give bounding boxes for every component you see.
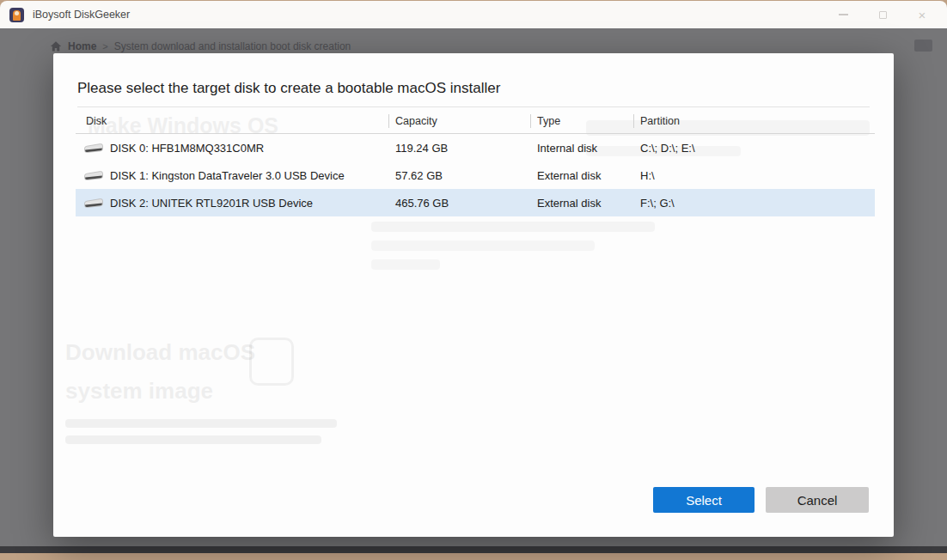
cell-type: External disk <box>537 169 601 182</box>
window-controls: × <box>823 1 942 28</box>
cell-capacity: 465.76 GB <box>395 197 449 210</box>
title-bar: iBoysoft DiskGeeker × <box>0 1 947 28</box>
cell-partition: C:\; D:\; E:\ <box>640 142 695 155</box>
app-logo-icon <box>9 8 24 22</box>
window-title: iBoysoft DiskGeeker <box>33 9 130 21</box>
breadcrumb: Home > System download and installation … <box>50 40 351 52</box>
breadcrumb-page: System download and installation boot di… <box>114 40 351 52</box>
column-header-capacity: Capacity <box>395 115 437 127</box>
breadcrumb-separator: > <box>102 41 107 52</box>
ghost-text-block <box>371 259 440 270</box>
table-row[interactable]: DISK 1: Kingston DataTraveler 3.0 USB De… <box>76 161 875 189</box>
dialog-title: Please select the target disk to create … <box>77 80 500 97</box>
table-body: DISK 0: HFB1M8MQ331C0MR 119.24 GB Intern… <box>76 134 875 216</box>
home-icon <box>50 40 62 52</box>
table-header: Disk Capacity Type Partition <box>76 108 875 134</box>
ghost-text-block <box>371 222 655 232</box>
disk-drive-icon <box>82 196 105 210</box>
select-button[interactable]: Select <box>653 487 755 513</box>
cell-type: External disk <box>537 197 601 210</box>
breadcrumb-home[interactable]: Home <box>68 40 96 52</box>
minimize-icon <box>839 14 848 15</box>
ghost-text-block <box>371 240 595 251</box>
table-row[interactable]: DISK 0: HFB1M8MQ331C0MR 119.24 GB Intern… <box>76 134 875 161</box>
menu-icon[interactable] <box>914 40 932 52</box>
column-header-partition: Partition <box>640 115 680 127</box>
ghost-text-block <box>65 435 321 444</box>
cell-partition: F:\; G:\ <box>640 197 675 210</box>
table-row[interactable]: DISK 2: UNITEK RTL9201R USB Device 465.7… <box>76 189 875 216</box>
select-disk-dialog: Make Windows OS Download macOS system im… <box>53 53 894 537</box>
column-divider <box>530 114 531 128</box>
close-button[interactable]: × <box>902 1 942 28</box>
cancel-button[interactable]: Cancel <box>766 487 869 513</box>
maximize-button[interactable] <box>863 1 902 28</box>
cell-capacity: 119.24 GB <box>395 142 448 155</box>
cell-partition: H:\ <box>640 169 655 182</box>
disk-drive-icon <box>82 141 105 155</box>
ghost-download-icon <box>249 338 294 386</box>
cell-disk: DISK 0: HFB1M8MQ331C0MR <box>110 142 264 155</box>
column-divider <box>633 114 634 128</box>
divider <box>77 107 870 107</box>
app-window: iBoysoft DiskGeeker × Home > System down… <box>0 0 947 560</box>
column-header-type: Type <box>537 115 560 127</box>
cell-disk: DISK 2: UNITEK RTL9201R USB Device <box>110 197 313 210</box>
cell-type: Internal disk <box>537 142 597 155</box>
column-header-disk: Disk <box>86 115 107 127</box>
window-bottom-edge <box>0 546 947 553</box>
cell-capacity: 57.62 GB <box>395 169 443 182</box>
maximize-icon <box>879 11 887 19</box>
ghost-text-block <box>65 419 337 428</box>
column-divider <box>388 114 389 128</box>
close-icon: × <box>919 9 926 21</box>
cell-disk: DISK 1: Kingston DataTraveler 3.0 USB De… <box>110 169 345 182</box>
minimize-button[interactable] <box>823 1 863 28</box>
disk-table: Disk Capacity Type Partition DISK 0: HFB… <box>76 108 875 216</box>
disk-drive-icon <box>82 168 105 182</box>
